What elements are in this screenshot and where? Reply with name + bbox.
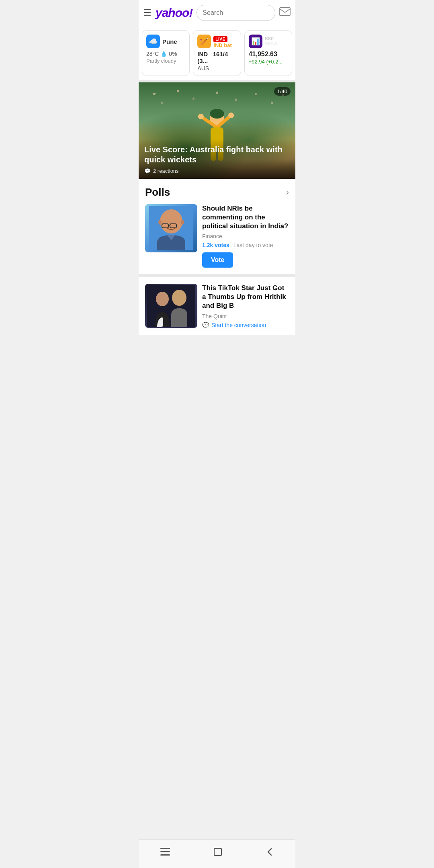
- reactions-count: 2 reactions: [153, 168, 179, 174]
- reactions-icon: 💬: [144, 168, 151, 174]
- polls-title: Polls: [145, 186, 170, 199]
- comment-icon: 💬: [202, 322, 209, 328]
- polls-section: Polls ›: [139, 179, 295, 274]
- svg-point-16: [181, 220, 184, 225]
- svg-point-15: [158, 220, 162, 225]
- mail-icon[interactable]: [279, 7, 291, 18]
- poll-thumbnail: [145, 204, 197, 252]
- polls-arrow[interactable]: ›: [286, 187, 289, 198]
- article-divider: [139, 274, 295, 277]
- svg-point-19: [156, 292, 169, 306]
- yahoo-logo: yahoo!: [156, 6, 192, 20]
- live-badge: LIVE: [213, 36, 227, 42]
- svg-point-2: [210, 109, 224, 119]
- weather-widget[interactable]: ☁️ Pune 28°C 💧 0% Partly cloudy: [142, 30, 190, 76]
- mail-svg: [279, 7, 291, 16]
- cricket-team1: IND: [197, 51, 208, 57]
- poll-category: Finance: [202, 233, 289, 240]
- cricket-icon: 🏏: [197, 35, 211, 48]
- poll-meta: 1.2k votes Last day to vote: [202, 242, 289, 248]
- stock-icon: 📊: [249, 35, 262, 48]
- news-reactions[interactable]: 💬 2 reactions: [144, 168, 290, 174]
- cricket-score: IND 161/4 (3...: [197, 51, 236, 64]
- article-comment[interactable]: 💬 Start the conversation: [202, 322, 289, 328]
- hamburger-icon[interactable]: ☰: [143, 8, 151, 18]
- stock-widget[interactable]: 📊 BSE SENS 41,952.63 +92.94 (+0.2...: [244, 30, 292, 76]
- cricket-widget[interactable]: 🏏 LIVE IND bat IND 161/4 (3... AUS: [193, 30, 241, 76]
- weather-city: Pune: [162, 38, 177, 45]
- article-thumb-svg: [147, 285, 195, 327]
- vote-button[interactable]: Vote: [202, 252, 233, 268]
- poll-person-svg: [149, 206, 193, 250]
- news-slider[interactable]: 1/40 Live Score: Australia fight back wi…: [139, 82, 295, 179]
- slide-counter: 1/40: [274, 87, 291, 96]
- poll-votes: 1.2k votes: [202, 242, 229, 248]
- article-source: The Quint: [202, 313, 289, 319]
- poll-question: Should NRIs be commenting on the politic…: [202, 204, 289, 231]
- header: ☰ yahoo!: [139, 0, 295, 26]
- comment-label: Start the conversation: [211, 322, 266, 328]
- polls-header: Polls ›: [139, 179, 295, 204]
- article-thumbnail: [145, 284, 197, 328]
- stock-change: +92.94 (+0.2...: [249, 59, 288, 65]
- svg-point-8: [198, 114, 204, 119]
- rain-icon: 💧: [160, 51, 167, 57]
- search-bar[interactable]: [197, 5, 275, 21]
- search-input[interactable]: [197, 6, 275, 20]
- weather-condition: Partly cloudy: [146, 58, 185, 64]
- poll-deadline: Last day to vote: [233, 242, 273, 248]
- article-title: This TikTok Star Just Got a Thumbs Up fr…: [202, 284, 289, 310]
- stock-name: SENS: [265, 41, 278, 47]
- poll-content: Should NRIs be commenting on the politic…: [202, 204, 289, 268]
- poll-item: Should NRIs be commenting on the politic…: [139, 204, 295, 274]
- weather-temp-row: 28°C 💧 0%: [146, 51, 185, 57]
- stock-value: 41,952.63: [249, 51, 288, 58]
- cricket-batting: IND bat: [213, 42, 232, 48]
- news-title: Live Score: Australia fight back with qu…: [144, 145, 290, 165]
- stock-index: BSE: [265, 36, 278, 41]
- rain-percent: 0%: [169, 51, 177, 57]
- cricket-team2: AUS: [197, 65, 236, 72]
- svg-point-18: [172, 290, 186, 306]
- weather-temp: 28°C: [146, 51, 159, 57]
- news-overlay: Live Score: Australia fight back with qu…: [139, 139, 295, 179]
- svg-rect-0: [280, 8, 290, 16]
- article-content: This TikTok Star Just Got a Thumbs Up fr…: [202, 284, 289, 328]
- article-item: This TikTok Star Just Got a Thumbs Up fr…: [139, 277, 295, 334]
- svg-point-9: [228, 113, 234, 118]
- widgets-row: ☁️ Pune 28°C 💧 0% Partly cloudy 🏏 LIVE I…: [139, 26, 295, 82]
- weather-icon: ☁️: [146, 35, 160, 48]
